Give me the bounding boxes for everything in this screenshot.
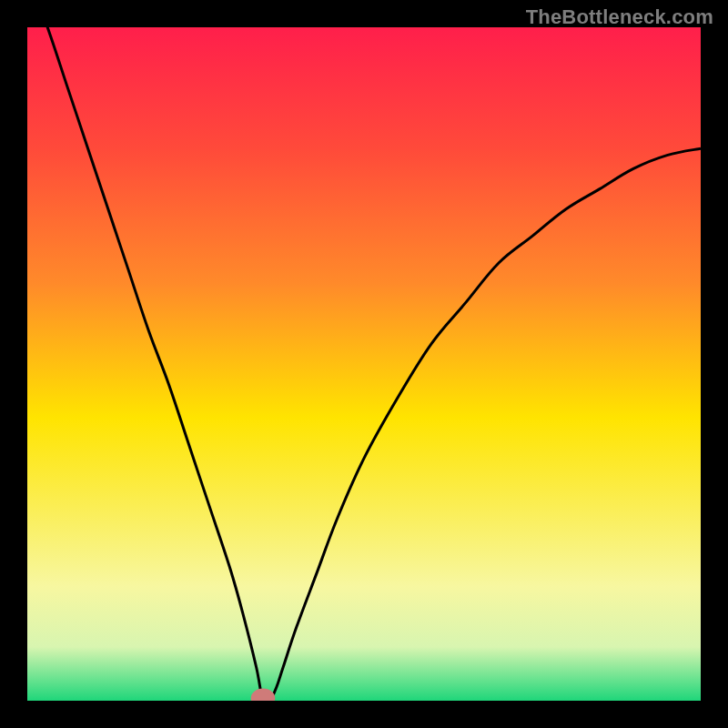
bottleneck-chart	[27, 27, 701, 701]
chart-svg	[27, 27, 701, 701]
gradient-background	[27, 27, 701, 701]
chart-frame: TheBottleneck.com	[0, 0, 728, 728]
watermark-text: TheBottleneck.com	[526, 5, 713, 29]
